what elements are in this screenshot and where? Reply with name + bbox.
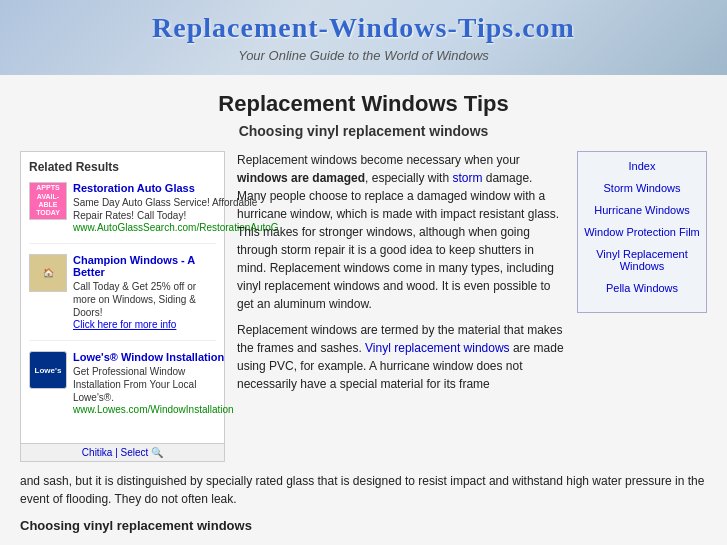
below-para2: Because they are made from PVC, they are… <box>20 542 707 546</box>
ad-title-champion[interactable]: Champion Windows - A Better <box>73 254 216 278</box>
right-link-vinyl[interactable]: Vinyl Replacement Windows <box>584 248 700 272</box>
right-column: Index Storm Windows Hurricane Windows Wi… <box>577 151 707 313</box>
right-link-storm[interactable]: Storm Windows <box>584 182 700 194</box>
bold-damaged: windows are damaged <box>237 171 365 185</box>
ad-desc-lowes: Get Professional Window Installation Fro… <box>73 365 234 404</box>
ad-item: APPTSAVAIL-ABLETODAY Restoration Auto Gl… <box>29 182 216 244</box>
left-column: Related Results APPTSAVAIL-ABLETODAY Res… <box>20 151 225 462</box>
page-title: Replacement Windows Tips <box>20 75 707 123</box>
ad-logo-restoration: APPTSAVAIL-ABLETODAY <box>29 182 67 220</box>
right-link-hurricane[interactable]: Hurricane Windows <box>584 204 700 216</box>
ad-url-champion-link[interactable]: Click here for more info <box>73 319 176 330</box>
below-fold-content: and sash, but it is distinguished by spe… <box>20 472 707 545</box>
ad-logo-lowes: Lowe's <box>29 351 67 389</box>
chitika-icon: 🔍 <box>151 447 163 458</box>
chitika-bar: Chitika | Select 🔍 <box>20 444 225 462</box>
ad-text-lowes: Lowe's® Window Installation Get Professi… <box>73 351 234 415</box>
chitika-link[interactable]: Chitika | Select <box>82 447 149 458</box>
related-results-box: Related Results APPTSAVAIL-ABLETODAY Res… <box>20 151 225 444</box>
ad-logo-champion: 🏠 <box>29 254 67 292</box>
article-para2: Replacement windows are termed by the ma… <box>237 321 565 393</box>
article-para1: Replacement windows become necessary whe… <box>237 151 565 313</box>
right-link-protection[interactable]: Window Protection Film <box>584 226 700 238</box>
ad-text-champion: Champion Windows - A Better Call Today &… <box>73 254 216 330</box>
site-subtitle: Your Online Guide to the World of Window… <box>238 48 489 63</box>
storm-link[interactable]: storm <box>452 171 482 185</box>
vinyl-link[interactable]: Vinyl replacement windows <box>365 341 510 355</box>
site-title: Replacement-Windows-Tips.com <box>152 12 575 44</box>
related-results-title: Related Results <box>29 160 216 174</box>
ad-item: 🏠 Champion Windows - A Better Call Today… <box>29 254 216 341</box>
main-content: Related Results APPTSAVAIL-ABLETODAY Res… <box>20 151 707 462</box>
page-body: Replacement Windows Tips Choosing vinyl … <box>0 75 727 545</box>
ad-title-lowes[interactable]: Lowe's® Window Installation <box>73 351 234 363</box>
section-heading: Choosing vinyl replacement windows <box>20 516 707 536</box>
ad-url-lowes: www.Lowes.com/WindowInstallation <box>73 404 234 415</box>
article-column: Replacement windows become necessary whe… <box>237 151 565 401</box>
below-para1: and sash, but it is distinguished by spe… <box>20 472 707 508</box>
ad-item: Lowe's Lowe's® Window Installation Get P… <box>29 351 216 425</box>
page-subtitle: Choosing vinyl replacement windows <box>20 123 707 151</box>
ad-url-champion[interactable]: Click here for more info <box>73 319 216 330</box>
right-link-index[interactable]: Index <box>584 160 700 172</box>
right-link-pella[interactable]: Pella Windows <box>584 282 700 294</box>
site-header: Replacement-Windows-Tips.com Your Online… <box>0 0 727 75</box>
ad-desc-champion: Call Today & Get 25% off or more on Wind… <box>73 280 216 319</box>
